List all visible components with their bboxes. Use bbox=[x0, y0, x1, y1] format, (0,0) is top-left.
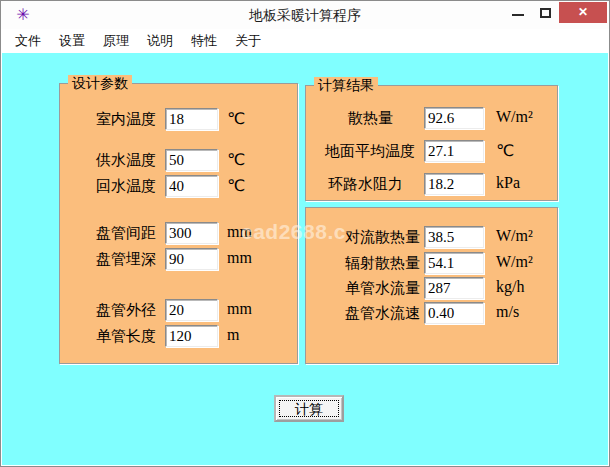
field-row-pipe-depth: 盘管埋深 mm bbox=[60, 248, 297, 270]
field-row-radiant-heat: 辐射散热量 W/m² bbox=[306, 252, 557, 274]
pipe-spacing-label: 盘管间距 bbox=[96, 224, 156, 243]
results-title: 计算结果 bbox=[314, 77, 378, 93]
pipe-diameter-input[interactable] bbox=[165, 299, 218, 321]
field-row-water-flow-rate: 单管水流量 kg/h bbox=[306, 277, 557, 299]
pipe-depth-input[interactable] bbox=[165, 248, 218, 270]
return-temp-unit: ℃ bbox=[227, 176, 245, 195]
pipe-length-unit: m bbox=[227, 326, 239, 344]
loop-resistance-field[interactable] bbox=[424, 173, 484, 195]
indoor-temp-input[interactable] bbox=[165, 108, 218, 130]
field-row-floor-avg-temp: 地面平均温度 ℃ bbox=[306, 140, 557, 162]
supply-temp-label: 供水温度 bbox=[96, 151, 156, 170]
field-row-return-temp: 回水温度 ℃ bbox=[60, 175, 297, 197]
pipe-depth-unit: mm bbox=[227, 249, 252, 267]
pipe-length-label: 单管长度 bbox=[96, 327, 156, 346]
field-row-convective-heat: 对流散热量 W/m² bbox=[306, 226, 557, 248]
maximize-icon bbox=[540, 8, 551, 18]
calculate-button[interactable]: 计算 bbox=[274, 395, 344, 422]
field-row-heat-output: 散热量 W/m² bbox=[306, 107, 557, 129]
heat-output-label: 散热量 bbox=[348, 109, 393, 128]
pipe-diameter-label: 盘管外径 bbox=[96, 301, 156, 320]
return-temp-label: 回水温度 bbox=[96, 177, 156, 196]
convective-heat-label: 对流散热量 bbox=[345, 228, 420, 247]
menu-item-file[interactable]: 文件 bbox=[6, 29, 50, 53]
return-temp-input[interactable] bbox=[165, 175, 218, 197]
pipe-spacing-input[interactable] bbox=[165, 222, 218, 244]
loop-resistance-unit: kPa bbox=[496, 174, 520, 192]
floor-avg-temp-field[interactable] bbox=[424, 140, 484, 162]
water-flow-rate-label: 单管水流量 bbox=[345, 279, 420, 298]
pipe-depth-label: 盘管埋深 bbox=[96, 250, 156, 269]
field-row-supply-temp: 供水温度 ℃ bbox=[60, 149, 297, 171]
heat-output-field[interactable] bbox=[424, 107, 484, 129]
convective-heat-field[interactable] bbox=[424, 226, 484, 248]
water-velocity-label: 盘管水流速 bbox=[345, 304, 420, 323]
field-row-loop-resistance: 环路水阻力 kPa bbox=[306, 173, 557, 195]
pipe-diameter-unit: mm bbox=[227, 300, 252, 318]
convective-heat-unit: W/m² bbox=[496, 227, 533, 245]
field-row-pipe-length: 单管长度 m bbox=[60, 325, 297, 347]
heat-output-unit: W/m² bbox=[496, 108, 533, 126]
water-flow-rate-unit: kg/h bbox=[496, 278, 524, 296]
radiant-heat-unit: W/m² bbox=[496, 253, 533, 271]
loop-resistance-label: 环路水阻力 bbox=[328, 175, 403, 194]
floor-avg-temp-label: 地面平均温度 bbox=[325, 142, 415, 161]
menu-item-theory[interactable]: 原理 bbox=[94, 29, 138, 53]
field-row-pipe-spacing: 盘管间距 mm bbox=[60, 222, 297, 244]
supply-temp-input[interactable] bbox=[165, 149, 218, 171]
close-button[interactable]: ✕ bbox=[559, 2, 607, 23]
water-velocity-unit: m/s bbox=[496, 303, 519, 321]
field-row-pipe-diameter: 盘管外径 mm bbox=[60, 299, 297, 321]
results-panel: 计算结果 散热量 W/m² 地面平均温度 ℃ 环路水阻力 kPa bbox=[305, 85, 558, 201]
indoor-temp-label: 室内温度 bbox=[96, 110, 156, 129]
pipe-length-input[interactable] bbox=[165, 325, 218, 347]
titlebar: ✳ 地板采暖计算程序 ✕ bbox=[1, 1, 609, 29]
design-params-panel: 设计参数 室内温度 ℃ 供水温度 ℃ 回水温度 ℃ 盘管间距 mm bbox=[59, 83, 298, 364]
pipe-spacing-unit: mm bbox=[227, 223, 252, 241]
water-flow-rate-field[interactable] bbox=[424, 277, 484, 299]
menu-item-about[interactable]: 关于 bbox=[226, 29, 270, 53]
field-row-water-velocity: 盘管水流速 m/s bbox=[306, 302, 557, 324]
app-window: ✳ 地板采暖计算程序 ✕ 文件 设置 原理 说明 特性 关于 设计参数 室内温度… bbox=[0, 0, 610, 467]
water-velocity-field[interactable] bbox=[424, 302, 484, 324]
menu-item-features[interactable]: 特性 bbox=[182, 29, 226, 53]
client-area: 设计参数 室内温度 ℃ 供水温度 ℃ 回水温度 ℃ 盘管间距 mm bbox=[2, 53, 608, 465]
supply-temp-unit: ℃ bbox=[227, 150, 245, 169]
menubar: 文件 设置 原理 说明 特性 关于 bbox=[2, 29, 608, 53]
radiant-heat-label: 辐射散热量 bbox=[345, 254, 420, 273]
maximize-button[interactable] bbox=[533, 1, 559, 24]
floor-avg-temp-unit: ℃ bbox=[496, 141, 514, 160]
indoor-temp-unit: ℃ bbox=[227, 109, 245, 128]
design-params-title: 设计参数 bbox=[68, 75, 132, 91]
menu-item-help[interactable]: 说明 bbox=[138, 29, 182, 53]
field-row-indoor-temp: 室内温度 ℃ bbox=[60, 108, 297, 130]
results-secondary-panel: 对流散热量 W/m² 辐射散热量 W/m² 单管水流量 kg/h 盘管水流速 m… bbox=[305, 207, 558, 364]
minimize-button[interactable] bbox=[503, 1, 533, 24]
close-icon: ✕ bbox=[578, 5, 588, 19]
radiant-heat-field[interactable] bbox=[424, 252, 484, 274]
menu-item-settings[interactable]: 设置 bbox=[50, 29, 94, 53]
minimize-icon bbox=[512, 14, 524, 16]
